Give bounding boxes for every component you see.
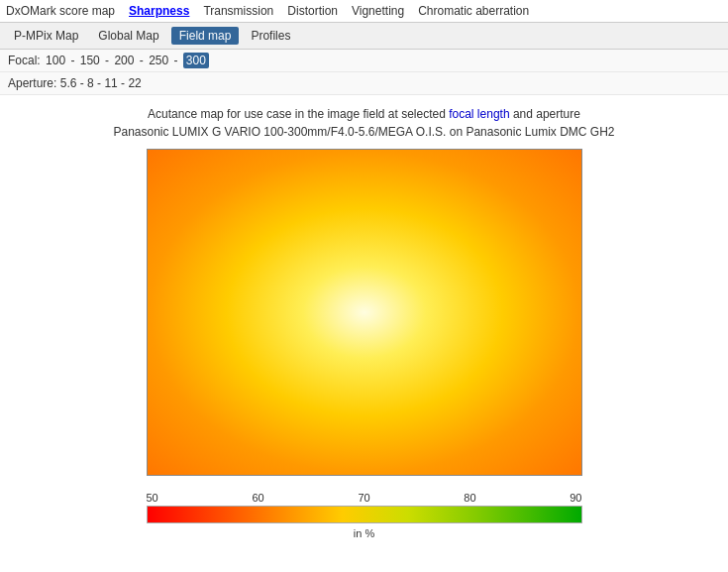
tab-field-map[interactable]: Field map (171, 27, 240, 45)
focal-250[interactable]: 250 (149, 54, 168, 67)
scale-label-60: 60 (252, 492, 263, 504)
field-map-container (20, 149, 708, 476)
nav-chromatic-aberration[interactable]: Chromatic aberration (418, 4, 529, 18)
focal-300[interactable]: 300 (183, 53, 209, 68)
focal-100[interactable]: 100 (46, 54, 65, 67)
nav-sharpness[interactable]: Sharpness (129, 4, 189, 18)
scale-label-50: 50 (147, 492, 158, 504)
scale-label-80: 80 (464, 492, 475, 504)
color-scale-section: 50 60 70 80 90 in % (20, 492, 708, 539)
aperture-label: Aperture: (8, 76, 56, 90)
scale-bar (147, 506, 582, 523)
chart-title-line1: Acutance map for use case in the image f… (20, 105, 708, 123)
scale-labels: 50 60 70 80 90 (147, 492, 582, 504)
aperture-values: 5.6 - 8 - 11 - 22 (60, 76, 142, 90)
nav-vignetting[interactable]: Vignetting (352, 4, 404, 18)
field-map (147, 149, 582, 476)
scale-label-90: 90 (570, 492, 581, 504)
tab-global-map[interactable]: Global Map (90, 27, 166, 45)
chart-title: Acutance map for use case in the image f… (20, 105, 708, 141)
main-content: Acutance map for use case in the image f… (0, 95, 728, 549)
tab-pmpix-map[interactable]: P-MPix Map (6, 27, 86, 45)
focal-values: 100 - 150 - 200 - 250 - 300 (44, 54, 211, 67)
nav-distortion[interactable]: Distortion (287, 4, 338, 18)
aperture-row: Aperture: 5.6 - 8 - 11 - 22 (0, 72, 728, 95)
brand-label: DxOMark score map (6, 4, 115, 18)
focal-length-link[interactable]: focal length (449, 107, 509, 121)
scale-unit: in % (354, 527, 374, 539)
sub-navigation: P-MPix Map Global Map Field map Profiles (0, 23, 728, 50)
scale-label-70: 70 (358, 492, 369, 504)
focal-150[interactable]: 150 (80, 54, 100, 67)
nav-transmission[interactable]: Transmission (203, 4, 273, 18)
focal-200[interactable]: 200 (114, 54, 134, 67)
focal-row: Focal: 100 - 150 - 200 - 250 - 300 (0, 50, 728, 72)
tab-profiles[interactable]: Profiles (243, 27, 298, 45)
top-navigation: DxOMark score map Sharpness Transmission… (0, 0, 728, 23)
focal-label: Focal: (8, 54, 41, 67)
chart-title-line2: Panasonic LUMIX G VARIO 100-300mm/F4.0-5… (20, 123, 708, 141)
